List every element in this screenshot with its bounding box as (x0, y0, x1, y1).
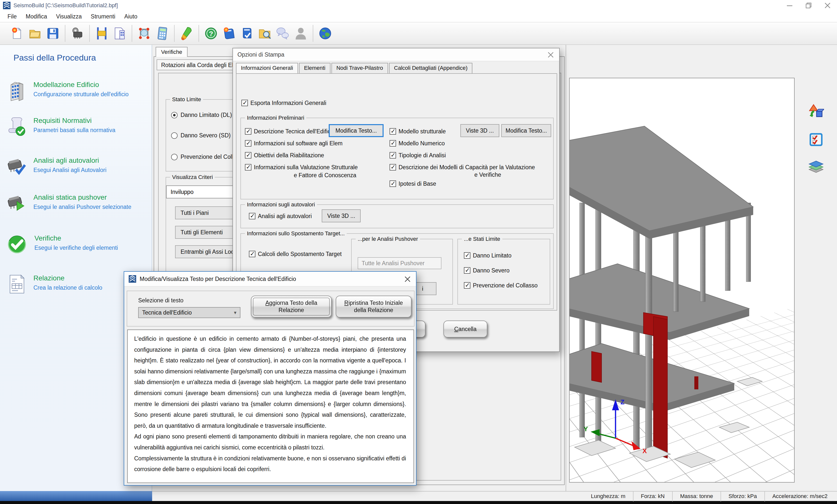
testo-select[interactable]: Tecnica dell'Edificio ▾ (138, 307, 241, 318)
checkbox-prevenzione-collasso[interactable]: Prevenzione del Collasso (464, 282, 538, 289)
help-icon[interactable]: ? (202, 24, 220, 43)
checkbox-esporta-informazioni[interactable]: Esporta Informazioni Generali (242, 100, 326, 107)
modifica-testo-button[interactable]: Modifica Testo... (329, 124, 384, 137)
sidebar-step-pushover[interactable]: Analisi statica pushover Esegui le anali… (7, 192, 150, 214)
sidebar-step-autovalori[interactable]: Analisi agli autovalori Esegui Analisi a… (7, 155, 150, 178)
radio-dot (171, 154, 178, 160)
building-report-icon[interactable] (111, 24, 129, 43)
menu-file[interactable]: File (3, 11, 21, 22)
new-project-icon[interactable] (8, 24, 26, 43)
print-dialog-titlebar: Opzioni di Stampa (233, 48, 559, 61)
step-title[interactable]: Verifiche (34, 234, 118, 242)
tab-nodi-trave-pilastro[interactable]: Nodi Trave-Pilastro (332, 63, 388, 74)
layers-icon[interactable] (808, 160, 824, 175)
print-dialog-close-icon[interactable] (542, 48, 559, 61)
discussion-forum-icon[interactable] (274, 24, 292, 43)
restore-button[interactable] (799, 0, 818, 11)
checkbox-analisi-autovalori[interactable]: Analisi agli autovalori (249, 213, 312, 220)
checkbox-box (242, 100, 248, 106)
status-accelerazione: Accelerazione: m/sec2 (764, 491, 835, 502)
radio-danno-severo[interactable]: Danno Severo (SD) (171, 132, 231, 139)
step-title[interactable]: Relazione (33, 274, 102, 282)
scroll-check-icon (7, 116, 27, 137)
step-title[interactable]: Modellazione Edificio (33, 81, 129, 89)
ripristina-testo-button[interactable]: Ripristina Testo Iniziale della Relazion… (336, 296, 411, 318)
combo-selected-value: Inviluppo (166, 186, 242, 198)
checkbox-obiettivi-riabilitazione[interactable]: Obiettivi della Riabilitazione (245, 152, 324, 159)
step-subtitle[interactable]: Esegui Analisi agli Autovalori (33, 166, 107, 174)
checkbox-info-software[interactable]: Informazioni sul software agli Elem (245, 140, 342, 147)
frame-elements-icon[interactable] (93, 24, 111, 43)
processor-settings-icon[interactable] (68, 24, 86, 43)
tab-informazioni-generali[interactable]: Informazioni Generali (236, 63, 298, 74)
viste-3d-button[interactable]: Viste 3D ... (460, 124, 499, 137)
modifica-testo-button-2[interactable]: Modifica Testo... (501, 124, 551, 137)
tab-calcoli-dettagliati[interactable]: Calcoli Dettagliati (Appendice) (389, 63, 473, 74)
checkbox-descrizione-tecnica[interactable]: Descrizione Tecnica dell'Edificio (245, 128, 335, 135)
selezione-di-testo-label: Selezione di testo (138, 297, 183, 304)
menu-bar: File Modifica Visualizza Strumenti Aiuto (0, 11, 837, 22)
menu-modifica[interactable]: Modifica (21, 11, 52, 22)
autovalori-group: Informazioni sugli autovalori Analisi ag… (241, 204, 554, 228)
checkbox-calcoli-spostamento[interactable]: Calcoli dello Spostamento Target (249, 251, 342, 258)
checkbox-danno-limitato[interactable]: Danno Limitato (464, 252, 512, 259)
verifications-book-icon[interactable] (238, 24, 256, 43)
sidebar-step-modellazione[interactable]: Modellazione Edificio Configurazione str… (7, 80, 150, 102)
status-sforzo: Sforzo: kPa (720, 491, 764, 502)
save-project-icon[interactable] (44, 24, 62, 43)
seismosoft-website-icon[interactable] (316, 24, 334, 43)
aggiorna-testo-button[interactable]: Aggiorna Testo della Relazione (251, 296, 332, 318)
text-dialog-close-icon[interactable] (399, 272, 416, 287)
menu-aiuto[interactable]: Aiuto (120, 11, 142, 22)
checkbox-descrizione-modelli[interactable]: Descrizione dei Modelli di Capacità per … (390, 164, 548, 171)
app-logo-icon (3, 2, 11, 9)
step-title[interactable]: Analisi statica pushover (33, 193, 131, 201)
checkbox-ipotesi-di-base[interactable]: Ipotesi di Base (390, 181, 436, 187)
step-subtitle[interactable]: Esegui le analisi Pushover selezionate (33, 203, 131, 211)
sidebar-step-requisiti[interactable]: Requisiti Normativi Parametri basati sul… (7, 116, 150, 137)
view-toolbar (795, 45, 837, 491)
close-button[interactable] (818, 0, 837, 11)
checkbox-tipologie-analisi[interactable]: Tipologie di Analisi (390, 152, 446, 159)
menu-strumenti[interactable]: Strumenti (86, 11, 120, 22)
preliminari-label: Informazioni Preliminari (245, 115, 306, 121)
sidebar-step-verifiche[interactable]: Verifiche Esegui le verifiche degli elem… (7, 233, 150, 255)
viste-3d-button-autovalori[interactable]: Viste 3D ... (322, 209, 361, 222)
radio-danno-limitato[interactable]: Danno Limitato (DL) (171, 112, 232, 118)
user-manual-icon[interactable] (220, 24, 238, 43)
informazioni-preliminari-group: Informazioni Preliminari Descrizione Tec… (241, 118, 554, 200)
shapes-view-icon[interactable] (808, 104, 824, 120)
step-subtitle[interactable]: Parametri basati sulla normativa (33, 126, 115, 134)
step-subtitle[interactable]: Esegui le verifiche degli elementi (34, 244, 118, 252)
autovalori-label: Informazioni sugli autovalori (245, 201, 317, 208)
model-3d-viewport[interactable]: Z X Y (569, 78, 795, 483)
materials-brush-icon[interactable] (178, 24, 196, 43)
checklist-icon[interactable] (808, 132, 824, 148)
radio-dot (171, 132, 178, 139)
checkbox-danno-severo[interactable]: Danno Severo (464, 267, 510, 274)
descrizione-tecnica-textarea[interactable]: L'edificio in questione è un edificio in… (127, 330, 414, 483)
checkbox-valutazione-strutturale[interactable]: Informazioni sulla Valutazione Struttura… (245, 164, 358, 171)
step-subtitle[interactable]: Crea la relazione di calcolo (33, 284, 102, 292)
step-title[interactable]: Requisiti Normativi (33, 117, 115, 125)
user-profile-icon[interactable] (292, 24, 310, 43)
minimize-button[interactable] (780, 0, 799, 11)
menu-visualizza[interactable]: Visualizza (52, 11, 86, 22)
text-dialog-titlebar: Modifica/Visualizza Testo per Descrizion… (124, 272, 416, 287)
seismobuild-window: SeismoBuild [C:\SeismoBuild\Tutorial2.bp… (0, 0, 837, 504)
checkbox-modello-strutturale[interactable]: Modello strutturale (390, 128, 446, 135)
tab-verifiche[interactable]: Verifiche (156, 47, 188, 57)
status-massa: Massa: tonne (672, 491, 720, 502)
cancella-button[interactable]: Cancella (443, 320, 487, 337)
open-project-icon[interactable] (26, 24, 44, 43)
calculator-icon[interactable] (153, 24, 171, 43)
building-3d: Z X Y (570, 78, 795, 483)
checkbox-modello-numerico[interactable]: Modello Numerico (390, 140, 445, 147)
pushover-subgroup-label: ...per le Analisi Pushover (356, 236, 420, 242)
step-subtitle[interactable]: Configurazione strutturale dell'edificio (33, 90, 129, 98)
step-title[interactable]: Analisi agli autovalori (33, 156, 107, 165)
sidebar-heading: Passi della Procedura (14, 53, 96, 62)
project-search-icon[interactable] (256, 24, 274, 43)
tab-elementi[interactable]: Elementi (299, 63, 331, 74)
eigenvalue-model-icon[interactable] (135, 24, 153, 43)
